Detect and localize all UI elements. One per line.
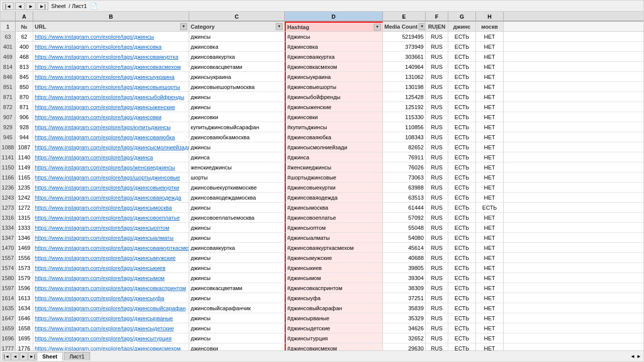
cell-f: RUS	[426, 32, 448, 41]
row-number: 469	[1, 52, 16, 61]
col-e-dropdown[interactable]: ▼	[419, 23, 426, 30]
row-number: 63	[1, 32, 16, 41]
row-number: 1334	[1, 223, 16, 232]
col-header-e[interactable]: E	[383, 12, 426, 21]
col-header-c[interactable]: C	[189, 12, 285, 21]
bottom-tabs: |◄ ◄ ► ►| Sheet Лист1 ◄ ►	[1, 350, 643, 361]
cell-a: 1140	[16, 152, 33, 162]
cell-g: ЕСТЬ	[448, 142, 476, 152]
col-header-b[interactable]: B	[33, 12, 189, 21]
toolbar-nav-prev[interactable]: ◄	[15, 2, 25, 10]
cell-h: НЕТ	[476, 172, 504, 182]
cell-g: ЕСТЬ	[448, 203, 476, 212]
tab-sheet[interactable]: Sheet	[37, 352, 63, 360]
cell-c: джинсовоеплатьемосква	[189, 213, 285, 222]
table-row: 1777 1776 https://www.instagram.com/expl…	[1, 343, 643, 350]
toolbar-nav-first[interactable]: |◄	[3, 2, 14, 10]
header-row-num: 1	[1, 22, 16, 31]
cell-f: RUS	[426, 203, 448, 212]
cell-e: 55048	[383, 223, 426, 232]
cell-a: 871	[16, 102, 33, 112]
cell-g: ЕСТЬ	[448, 102, 476, 112]
row-number: 872	[1, 102, 16, 112]
row-num-header	[1, 12, 16, 21]
cell-b: https://www.instagram.com/explore/tags/ш…	[33, 172, 189, 182]
col-d-dropdown[interactable]: ▼	[374, 24, 381, 31]
col-header-g[interactable]: G	[448, 12, 476, 21]
cell-c: джинсы	[189, 273, 285, 283]
cell-c: джинса	[189, 152, 285, 162]
cell-h: НЕТ	[476, 213, 504, 222]
cell-d: #джинсырваные	[285, 313, 383, 323]
data-rows[interactable]: 63 62 https://www.instagram.com/explore/…	[1, 32, 643, 350]
row-number: 1236	[1, 183, 16, 192]
cell-d: #джинсытурция	[285, 333, 383, 343]
col-header-h[interactable]: H	[476, 12, 504, 21]
cell-a: 1333	[16, 223, 33, 232]
col-b-dropdown[interactable]: ▼	[180, 23, 187, 30]
cell-h: НЕТ	[476, 142, 504, 152]
header-row: 1 № URL ▼ Category ▼ Hashtag ▼	[1, 22, 643, 32]
cell-c: джинсы	[189, 203, 285, 212]
cell-g: ЕСТЬ	[448, 152, 476, 162]
header-cell-b: URL ▼	[33, 22, 189, 31]
toolbar-nav-next[interactable]: ►	[26, 2, 36, 10]
cell-f: RUS	[426, 333, 448, 343]
cell-c: джинсовки	[189, 343, 285, 350]
header-cell-g: джинс	[448, 22, 476, 31]
table-row: 1141 1140 https://www.instagram.com/expl…	[1, 152, 643, 162]
tab-list1[interactable]: Лист1	[64, 352, 90, 360]
cell-e: 38309	[383, 283, 426, 293]
row-number: 1316	[1, 213, 16, 222]
cell-f: RUS	[426, 62, 448, 71]
cell-g: ЕСТЬ	[448, 343, 476, 350]
cell-d: #джинсоваяодежда	[285, 193, 383, 202]
cell-f: RUS	[426, 72, 448, 81]
cell-b: https://www.instagram.com/explore/tags/д…	[33, 183, 189, 192]
cell-h: НЕТ	[476, 243, 504, 252]
col-header-a[interactable]: A	[16, 12, 33, 21]
cell-c: шорты	[189, 172, 285, 182]
col-header-f[interactable]: F	[426, 12, 448, 21]
cell-h: НЕТ	[476, 303, 504, 313]
cell-c: джинсоваяодеждамосква	[189, 193, 285, 202]
tab-nav-last[interactable]: ►|	[28, 352, 36, 360]
col-header-d[interactable]: D	[285, 12, 383, 21]
cell-e: 125428	[383, 92, 426, 102]
cell-c: джинсовыйсарафанчик	[189, 303, 285, 313]
cell-b: https://www.instagram.com/explore/tags/д…	[33, 293, 189, 303]
table-row: 814 813 https://www.instagram.com/explor…	[1, 62, 643, 72]
cell-d: #джинсыкиев	[285, 263, 383, 273]
cell-d: #джинсы	[285, 32, 383, 41]
tab-nav-first[interactable]: |◄	[3, 352, 11, 360]
table-row: 1243 1242 https://www.instagram.com/expl…	[1, 193, 643, 203]
table-row: 1150 1149 https://www.instagram.com/expl…	[1, 162, 643, 172]
cell-g: ЕСТЬ	[448, 183, 476, 192]
cell-h: НЕТ	[476, 253, 504, 262]
toolbar-nav-last[interactable]: ►|	[37, 2, 48, 10]
tab-nav-next[interactable]: ►	[20, 352, 28, 360]
table-row: 871 870 https://www.instagram.com/explor…	[1, 92, 643, 102]
row-number: 1777	[1, 343, 16, 350]
cell-a: 1242	[16, 193, 33, 202]
cell-c: купитьджинсовыйсарафан	[189, 122, 285, 132]
col-c-dropdown[interactable]: ▼	[276, 23, 283, 30]
tab-nav-prev[interactable]: ◄	[11, 352, 19, 360]
table-row: 1580 1579 https://www.instagram.com/expl…	[1, 273, 643, 283]
toolbar: |◄ ◄ ► ►| Sheet / Лист1 📄	[1, 1, 643, 12]
cell-d: #джинсовыешорты	[285, 82, 383, 92]
cell-c: джинсы	[189, 223, 285, 232]
cell-d: #джинсыженские	[285, 102, 383, 112]
cell-b: https://www.instagram.com/explore/tags/д…	[33, 343, 189, 350]
cell-c: джинсы	[189, 92, 285, 102]
cell-e: 130198	[383, 82, 426, 92]
cell-d: #джинсымом	[285, 273, 383, 283]
cell-f: RUS	[426, 263, 448, 273]
cell-d: #джинсымосква	[285, 203, 383, 212]
table-row: 872 871 https://www.instagram.com/explor…	[1, 102, 643, 112]
cell-e: 5219495	[383, 32, 426, 41]
cell-e: 76911	[383, 152, 426, 162]
table-row: 851 850 https://www.instagram.com/explor…	[1, 82, 643, 92]
row-number: 871	[1, 92, 16, 102]
cell-e: 35839	[383, 303, 426, 313]
